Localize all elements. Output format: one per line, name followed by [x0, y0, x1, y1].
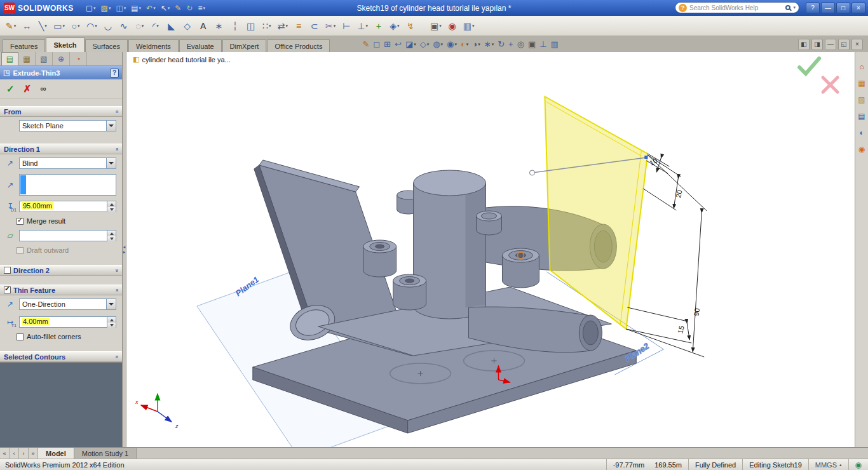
restore-pane-icon[interactable]: ◱: [838, 39, 850, 50]
edit-appearance-icon[interactable]: ◐▾: [459, 37, 470, 51]
image-capture-icon[interactable]: ▥▾: [461, 18, 477, 34]
minimize-pane-icon[interactable]: —: [825, 39, 836, 50]
search-options-caret-icon[interactable]: ▾: [793, 5, 796, 10]
rapid-sketch-icon[interactable]: ↯: [403, 18, 417, 34]
confirm-cancel-icon[interactable]: [823, 77, 837, 92]
collapse-chevron-icon[interactable]: »: [113, 288, 119, 292]
tab-surfaces[interactable]: Surfaces: [85, 39, 128, 52]
app-menu[interactable]: SW SOLIDWORKS: [3, 3, 78, 14]
spin-up-icon[interactable]: [107, 231, 116, 236]
document-compare-icon[interactable]: ▥: [550, 37, 560, 51]
unit-system-selector[interactable]: MMGS ▴: [808, 459, 848, 470]
rebuild-icon[interactable]: ↻: [184, 2, 194, 14]
pan-icon[interactable]: +: [507, 37, 515, 51]
merge-result-checkbox[interactable]: [17, 218, 24, 225]
save-icon[interactable]: ◫▾: [114, 2, 128, 14]
rectangle-icon[interactable]: ▭▾: [51, 18, 67, 34]
thickness-value[interactable]: 4.00mm: [22, 318, 50, 325]
tab-dimxpert[interactable]: DimXpert: [222, 39, 267, 52]
thickness-spinner[interactable]: [107, 317, 116, 327]
thickness-field[interactable]: 4.00mm: [19, 316, 116, 328]
file-explorer-icon[interactable]: ▤: [857, 111, 867, 121]
design-library-icon[interactable]: ▧: [857, 94, 867, 105]
featuremanager-tab[interactable]: ▤: [1, 52, 18, 65]
dropdown-arrow-icon[interactable]: [106, 299, 116, 309]
select-icon[interactable]: ↖▾: [159, 2, 172, 14]
sketch-icon[interactable]: ✎▾: [4, 18, 18, 34]
circle-icon[interactable]: ○▾: [69, 18, 83, 34]
selected-contours-section-header[interactable]: Selected Contours »: [0, 351, 122, 362]
file-properties-icon[interactable]: ≡▾: [196, 2, 207, 14]
spin-down-icon[interactable]: [107, 236, 116, 242]
tab-sketch[interactable]: Sketch: [46, 37, 84, 52]
section-view-icon[interactable]: ◪▾: [404, 37, 417, 51]
centerline-icon[interactable]: ╎: [228, 18, 242, 34]
screen-capture-icon[interactable]: ▣▾: [428, 18, 444, 34]
thin-feature-checkbox[interactable]: [4, 286, 11, 293]
plane2-label[interactable]: Plane2: [623, 341, 651, 364]
scroll-first-icon[interactable]: «: [0, 448, 10, 459]
draft-outward-checkbox[interactable]: [17, 247, 24, 254]
spin-down-icon[interactable]: [107, 323, 116, 328]
confirm-ok-icon[interactable]: [799, 58, 819, 74]
rotate-view-icon[interactable]: ↻: [496, 37, 506, 51]
tab-evaluate[interactable]: Evaluate: [179, 39, 222, 52]
dimension-10[interactable]: 10: [648, 156, 659, 167]
trim-entities-icon[interactable]: ✂▾: [323, 18, 337, 34]
direction2-section-header[interactable]: Direction 2 »: [0, 265, 122, 276]
splitter-right-icon[interactable]: ▸: [123, 250, 126, 254]
sketch-entity-icon[interactable]: ✎: [361, 37, 370, 51]
quick-snaps-icon[interactable]: ◈▾: [388, 18, 402, 34]
feature-breadcrumb[interactable]: ◧ cylinder head tutorial ile ya...: [133, 55, 231, 64]
view-settings-icon[interactable]: ∗▾: [483, 37, 495, 51]
home-icon[interactable]: ⌂: [857, 61, 867, 72]
cancel-button[interactable]: ✗: [24, 83, 32, 95]
auto-fillet-checkbox[interactable]: [17, 333, 24, 340]
depth-value[interactable]: 95.00mm: [22, 202, 53, 210]
3d-scene[interactable]: Plane1: [126, 52, 855, 447]
smart-dimension-icon[interactable]: ↔: [20, 18, 34, 34]
close-button[interactable]: ×: [851, 3, 865, 13]
from-dropdown[interactable]: Sketch Plane: [19, 120, 116, 131]
configurationmanager-tab[interactable]: ▧: [36, 52, 53, 65]
end-condition-dropdown[interactable]: Blind: [19, 158, 116, 169]
spin-up-icon[interactable]: [107, 317, 116, 323]
display-style-icon[interactable]: ◍▾: [431, 37, 444, 51]
dropdown-arrow-icon[interactable]: [106, 158, 116, 168]
ok-button[interactable]: ✓: [6, 83, 15, 95]
breadcrumb-text[interactable]: cylinder head tutorial ile ya...: [142, 56, 230, 64]
hide-show-items-icon[interactable]: ◉▾: [445, 37, 458, 51]
propertymanager-tab[interactable]: ▦: [18, 52, 36, 65]
custom-properties-icon[interactable]: ◉: [857, 144, 867, 154]
thin-type-dropdown[interactable]: One-Direction: [19, 299, 116, 310]
point-icon[interactable]: ∗: [212, 18, 226, 34]
sketch-pen-icon[interactable]: ✎: [173, 2, 183, 14]
zoom-fit-icon[interactable]: ◻: [372, 37, 381, 51]
collapse-chevron-icon[interactable]: »: [113, 147, 119, 151]
search-input[interactable]: [689, 4, 783, 11]
ellipse-icon[interactable]: ◌▾: [133, 18, 147, 34]
direction-selection-box[interactable]: [19, 174, 116, 196]
draft-angle-field[interactable]: [19, 230, 116, 241]
help-search-box[interactable]: ? ▾: [675, 2, 799, 13]
scroll-last-icon[interactable]: »: [29, 448, 38, 459]
minimize-button[interactable]: —: [821, 3, 835, 13]
tab-features[interactable]: Features: [3, 39, 45, 52]
motion-study-tab[interactable]: Motion Study 1: [74, 448, 137, 459]
convert-entities-icon[interactable]: ⊂: [308, 18, 322, 34]
tab-office-products[interactable]: Office Products: [267, 39, 330, 52]
close-pane-icon[interactable]: ×: [851, 39, 863, 50]
search-icon[interactable]: [785, 5, 790, 10]
spin-down-icon[interactable]: [107, 207, 116, 213]
toolbox-icon[interactable]: ▦: [857, 77, 867, 88]
spin-up-icon[interactable]: [107, 201, 116, 207]
move-entities-icon[interactable]: ⇄▾: [276, 18, 290, 34]
depth-spinner[interactable]: [107, 201, 116, 211]
displaymanager-tab[interactable]: ◔: [70, 52, 87, 65]
dropdown-arrow-icon[interactable]: [106, 121, 116, 131]
extrude-plane[interactable]: [545, 97, 648, 329]
centerpoint-arc-icon[interactable]: ◠▾: [85, 18, 99, 34]
text-icon[interactable]: A: [196, 18, 210, 34]
view-orientation-icon[interactable]: ◇▾: [419, 37, 431, 51]
record-video-icon[interactable]: ◉: [445, 18, 459, 34]
